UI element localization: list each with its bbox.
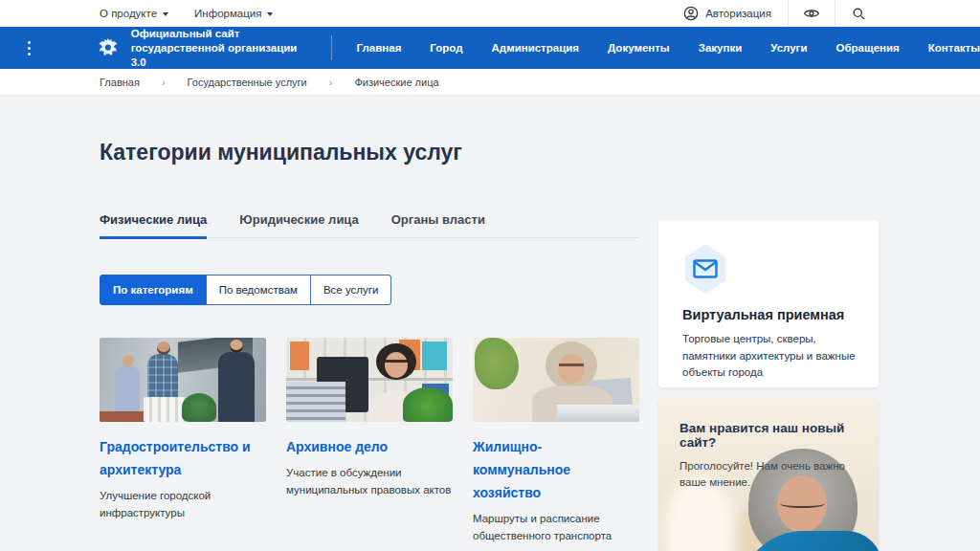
user-icon <box>683 6 699 21</box>
nav-item-procurement[interactable]: Закупки <box>699 42 743 54</box>
nav-item-appeals[interactable]: Обращения <box>835 42 899 54</box>
breadcrumb-individuals: Физические лица <box>354 77 438 88</box>
survey-title: Вам нравится наш новый сайт? <box>679 421 859 450</box>
filter-all-services[interactable]: Все услуги <box>310 275 391 305</box>
topbar-actions: Авторизация <box>683 0 881 27</box>
site-title: Официальный сайт государственной организ… <box>131 27 314 70</box>
about-product-menu[interactable]: О продукте <box>100 8 168 19</box>
nav-item-city[interactable]: Город <box>430 42 462 54</box>
virtual-reception-description: Торговые центры, скверы, памятники архит… <box>682 331 859 382</box>
accessibility-eye-button[interactable] <box>789 0 835 27</box>
tab-legal-entities[interactable]: Юридические лица <box>239 212 358 239</box>
envelope-icon <box>693 259 718 278</box>
tab-authorities[interactable]: Органы власти <box>391 212 485 239</box>
primary-navigation: Главная Город Администрация Документы За… <box>357 42 980 54</box>
breadcrumb-state-services[interactable]: Государственные услуги <box>188 77 307 88</box>
card-description: Участие в обсуждении муниципальных право… <box>286 465 453 498</box>
information-menu[interactable]: Информация <box>194 8 273 19</box>
card-title: Жилищно-коммунальное хозяйство <box>473 435 639 504</box>
tab-individuals[interactable]: Физические лица <box>100 212 207 239</box>
card-photo-architects <box>100 338 266 422</box>
site-logo-link[interactable]: Официальный сайт государственной организ… <box>98 27 314 70</box>
about-product-label: О продукте <box>100 8 157 19</box>
filter-by-departments[interactable]: По ведомствам <box>206 275 311 305</box>
topbar-links: О продукте Информация <box>100 8 273 19</box>
page-title: Категории муниципальных услуг <box>100 138 639 166</box>
kebab-menu-icon[interactable] <box>25 41 34 55</box>
card-urban-planning[interactable]: Градостроительство и архитектура Улучшен… <box>100 338 266 544</box>
state-emblem-icon <box>98 36 119 59</box>
survey-text: Проголосуйте! Нам очень важно ваше мнени… <box>679 458 850 491</box>
category-cards-grid: Градостроительство и архитектура Улучшен… <box>100 338 639 551</box>
breadcrumb-separator: › <box>329 77 333 88</box>
card-description: Улучшение городской инфраструктуры <box>100 488 266 521</box>
audience-tabs: Физические лица Юридические лица Органы … <box>100 212 639 238</box>
search-button[interactable] <box>835 0 881 27</box>
chevron-down-icon <box>163 12 168 16</box>
card-archives[interactable]: Архивное дело Участие в обсуждении муниц… <box>286 338 453 544</box>
card-title: Градостроительство и архитектура <box>100 435 266 481</box>
card-title: Архивное дело <box>286 435 453 458</box>
filter-by-categories[interactable]: По категориям <box>100 275 207 305</box>
icon-badge <box>682 244 728 294</box>
card-photo-woman-laptop <box>473 338 639 422</box>
nav-item-services[interactable]: Услуги <box>770 42 807 54</box>
sidebar: Виртуальная приемная Торговые центры, ск… <box>658 220 879 551</box>
information-label: Информация <box>194 8 261 19</box>
survey-content: Вам нравится наш новый сайт? Проголосуйт… <box>658 399 879 491</box>
breadcrumb-separator: › <box>162 77 166 88</box>
nav-item-home[interactable]: Главная <box>357 42 402 54</box>
breadcrumb-home[interactable]: Главная <box>100 77 140 88</box>
virtual-reception-card[interactable]: Виртуальная приемная Торговые центры, ск… <box>658 220 879 387</box>
divider <box>331 35 332 60</box>
main-navbar: Официальный сайт государственной организ… <box>0 27 980 69</box>
breadcrumb: Главная › Государственные услуги › Физич… <box>0 69 980 96</box>
view-filter-group: По категориям По ведомствам Все услуги <box>100 275 391 305</box>
authorization-button[interactable]: Авторизация <box>683 0 788 27</box>
card-housing-utilities[interactable]: Жилищно-коммунальное хозяйство Маршруты … <box>473 338 639 544</box>
nav-item-contacts[interactable]: Контакты <box>928 42 980 54</box>
nav-item-administration[interactable]: Администрация <box>492 42 580 54</box>
virtual-reception-title: Виртуальная приемная <box>682 307 859 322</box>
chevron-down-icon <box>267 12 273 16</box>
main-content-area: Категории муниципальных услуг Физические… <box>0 96 980 551</box>
services-content: Категории муниципальных услуг Физические… <box>100 96 639 551</box>
site-survey-banner[interactable]: Вам нравится наш новый сайт? Проголосуйт… <box>658 399 879 551</box>
top-utility-bar: О продукте Информация Авторизация <box>0 0 980 27</box>
eye-icon <box>803 7 820 20</box>
nav-item-documents[interactable]: Документы <box>608 42 670 54</box>
authorization-label: Авторизация <box>705 8 771 19</box>
card-description: Маршруты и расписание общественного тран… <box>473 511 639 544</box>
search-icon <box>852 7 866 21</box>
card-photo-archivist <box>286 338 453 422</box>
